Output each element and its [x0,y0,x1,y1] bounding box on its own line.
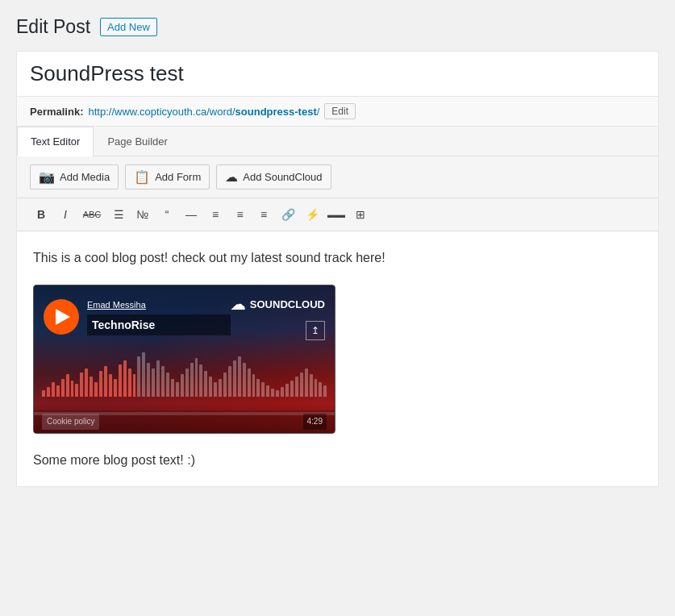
tab-page-builder[interactable]: Page Builder [94,127,181,156]
table-button[interactable]: ⊞ [349,203,372,226]
add-form-button[interactable]: 📋 Add Form [125,164,210,189]
sc-logo-text: SOUNDCLOUD [250,297,325,314]
add-media-button[interactable]: 📷 Add Media [30,164,119,189]
unlink-button[interactable]: ⚡ [301,203,323,226]
blockquote-button[interactable]: “ [156,203,178,226]
strikethrough-button[interactable]: ABC [78,203,106,226]
permalink-base: http://www.copticyouth.ca/word/ [88,106,235,118]
sc-cloud-icon: ☁ [231,293,245,317]
sc-cookie-policy[interactable]: Cookie policy [42,414,99,430]
italic-button[interactable]: I [54,203,77,226]
permalink-slug: soundpress-test [235,106,317,118]
sc-share-button[interactable]: ↥ [306,321,325,340]
sc-play-button[interactable] [44,299,79,335]
add-media-icon: 📷 [39,169,55,185]
align-left-button[interactable]: ≡ [204,203,227,226]
page-title: Edit Post [16,16,90,38]
unordered-list-button[interactable]: ☰ [107,203,130,226]
hr-button[interactable]: — [180,203,202,226]
permalink-label: Permalink: [30,106,83,118]
blog-text-2: Some more blog post text! :) [33,450,642,471]
sc-track-info: Emad Messiha TechnoRise [87,298,231,336]
sc-logo-area: ☁ SOUNDCLOUD ↥ [231,293,325,341]
soundcloud-embed[interactable]: Emad Messiha TechnoRise ☁ SOUNDCLOUD ↥ [33,285,335,434]
ordered-list-button[interactable]: № [131,203,154,226]
permalink-slash: / [317,106,320,118]
editor-toolbar: 📷 Add Media 📋 Add Form ☁ Add SoundCloud [17,156,658,198]
soundcloud-icon: ☁ [225,169,238,185]
sc-artist[interactable]: Emad Messiha [87,298,231,313]
blog-text-1: This is a cool blog post! check out my l… [33,248,642,268]
sc-track-name: TechnoRise [87,314,231,335]
add-form-icon: 📋 [134,169,150,185]
tab-text-editor[interactable]: Text Editor [17,127,94,156]
align-right-button[interactable]: ≡ [252,203,275,226]
add-new-button[interactable]: Add New [100,18,157,36]
permalink-link[interactable]: http://www.copticyouth.ca/word/soundpres… [88,106,319,118]
link-button[interactable]: 🔗 [277,203,299,226]
edit-permalink-button[interactable]: Edit [324,103,356,119]
sc-logo: ☁ SOUNDCLOUD [231,293,325,317]
sc-waveform [34,348,335,397]
add-soundcloud-button[interactable]: ☁ Add SoundCloud [216,164,331,189]
more-button[interactable]: ▬▬ [325,203,348,226]
post-title-input[interactable] [30,61,645,86]
align-center-button[interactable]: ≡ [228,203,251,226]
play-icon [56,309,70,325]
sc-footer: Cookie policy 4:29 [34,410,335,433]
editor-content[interactable]: This is a cool blog post! check out my l… [17,231,658,486]
bold-button[interactable]: B [30,203,52,226]
sc-duration: 4:29 [303,414,327,430]
editor-tabs: Text Editor Page Builder [17,127,658,156]
sc-header: Emad Messiha TechnoRise ☁ SOUNDCLOUD ↥ [34,285,335,349]
formatting-toolbar: B I ABC ☰ № “ — ≡ ≡ ≡ 🔗 ⚡ ▬▬ ⊞ [17,198,658,231]
